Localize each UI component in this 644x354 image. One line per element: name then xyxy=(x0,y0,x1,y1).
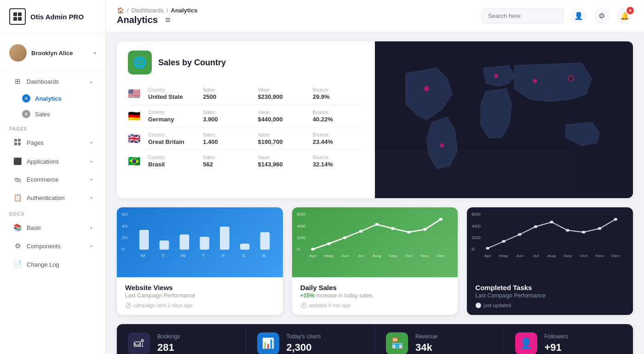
svg-text:Aug: Aug xyxy=(547,254,556,258)
svg-text:T: T xyxy=(202,253,206,258)
search-input[interactable] xyxy=(481,8,564,23)
bounce-value: 29.9% xyxy=(313,93,364,100)
svg-rect-0 xyxy=(13,12,17,16)
sales-value: 562 xyxy=(203,161,254,168)
today-users-icon: 📊 xyxy=(262,337,274,349)
divider-1 xyxy=(0,35,105,36)
website-views-card: 60 40 20 0 xyxy=(117,207,283,315)
svg-text:Aug: Aug xyxy=(373,254,381,258)
bookings-info: Bookings 281 xyxy=(157,333,180,354)
notifications-button[interactable]: 🔔 9 xyxy=(616,8,633,24)
svg-point-44 xyxy=(311,248,315,251)
ecommerce-icon: 🛍 xyxy=(13,176,22,183)
svg-rect-28 xyxy=(260,232,270,250)
profile-icon: 👤 xyxy=(574,11,583,20)
svg-point-49 xyxy=(391,227,395,230)
sales-prefix: S xyxy=(22,110,30,118)
sales-label: Sales: xyxy=(203,87,254,92)
sales-cell: Sales: 1.400 xyxy=(203,132,254,145)
svg-point-45 xyxy=(327,242,331,245)
today-users-icon-wrap: 📊 xyxy=(257,332,279,354)
bounce-cell: Bounce: 32.14% xyxy=(313,155,364,168)
logo-icon xyxy=(9,8,26,25)
bookings-icon-wrap: 🛋 xyxy=(128,332,150,354)
svg-text:Dec: Dec xyxy=(611,254,620,258)
svg-text:F: F xyxy=(222,253,225,258)
svg-text:0: 0 xyxy=(121,247,125,251)
value-value: $440,000 xyxy=(258,116,309,123)
bookings-icon: 🛋 xyxy=(134,337,144,349)
sidebar-item-sales[interactable]: S Sales xyxy=(4,107,102,121)
sales-value: 3.900 xyxy=(203,116,254,123)
svg-text:Sep: Sep xyxy=(564,254,572,258)
svg-point-50 xyxy=(407,231,411,234)
svg-rect-3 xyxy=(18,17,22,21)
svg-point-78 xyxy=(614,218,618,221)
stats-row: 🛋 Bookings 281 📊 Today's Users 2,300 � xyxy=(117,324,633,354)
profile-button[interactable]: 👤 xyxy=(570,8,587,24)
svg-rect-23 xyxy=(160,240,169,250)
sidebar-item-basic[interactable]: 📚 Basic ▾ xyxy=(4,219,102,236)
settings-button[interactable]: ⚙ xyxy=(593,8,610,24)
country-table: 🇺🇸 Country: United State Sales: 2500 Val… xyxy=(128,83,364,172)
svg-text:M: M xyxy=(141,253,145,258)
sales-left: 🌐 Sales by Country 🇺🇸 Country: United St… xyxy=(117,41,375,198)
sidebar-user[interactable]: Brooklyn Alice ▾ xyxy=(0,38,105,68)
svg-rect-2 xyxy=(13,17,17,21)
analytics-prefix: A xyxy=(22,94,30,103)
value-cell: Value: $440,000 xyxy=(258,110,309,123)
breadcrumb-home-icon: 🏠 xyxy=(117,7,124,14)
sidebar-item-dashboards[interactable]: ⊞ Dashboards ▴ xyxy=(4,73,102,90)
svg-text:20: 20 xyxy=(121,235,127,240)
sidebar-item-ecommerce[interactable]: 🛍 Ecommerce ▾ xyxy=(4,171,102,188)
daily-sales-info: Daily Sales +15% increase in today sales… xyxy=(292,277,458,315)
stat-revenue: 🏪 Revenue 34k xyxy=(375,324,504,354)
country-row: 🇬🇧 Country: Great Britain Sales: 1.400 V… xyxy=(128,128,364,150)
svg-text:S: S xyxy=(262,253,266,258)
svg-rect-27 xyxy=(240,244,250,250)
website-views-info: Website Views Last Campaign Performance … xyxy=(117,277,283,315)
breadcrumb: 🏠 / Dashboards / Analytics xyxy=(117,7,474,14)
svg-text:Jul: Jul xyxy=(533,254,539,258)
svg-rect-1 xyxy=(18,12,22,16)
svg-point-77 xyxy=(598,227,602,230)
svg-point-48 xyxy=(375,223,379,226)
completed-tasks-card: 600 400 200 0 xyxy=(467,207,633,315)
menu-icon[interactable]: ≡ xyxy=(165,15,171,25)
basic-icon: 📚 xyxy=(13,223,22,232)
svg-text:400: 400 xyxy=(297,224,306,228)
country-value: Brasil xyxy=(148,161,199,168)
website-views-title: Website Views xyxy=(125,284,275,291)
country-label: Country: xyxy=(148,132,199,137)
clock-icon-3: 🕐 xyxy=(475,303,482,308)
sidebar: Otis Admin PRO Brooklyn Alice ▾ ⊞ Dashbo… xyxy=(0,0,106,354)
svg-text:0: 0 xyxy=(297,247,300,251)
svg-text:Apr: Apr xyxy=(484,254,491,258)
sales-value: 2500 xyxy=(203,93,254,100)
svg-point-12 xyxy=(569,76,574,81)
page-title: Analytics xyxy=(117,15,158,25)
sales-label: Sales: xyxy=(203,155,254,160)
sidebar-item-changelog-label: Change Log xyxy=(27,261,92,268)
svg-rect-5 xyxy=(18,139,21,142)
country-flag: 🇧🇷 xyxy=(128,155,144,167)
bounce-label: Bounce: xyxy=(313,87,364,92)
authentication-chevron-icon: ▾ xyxy=(90,195,92,200)
user-name: Brooklyn Alice xyxy=(31,50,89,57)
sidebar-item-analytics[interactable]: A Analytics xyxy=(4,91,102,106)
bounce-value: 23.44% xyxy=(313,138,364,145)
sidebar-item-changelog[interactable]: 📄 Change Log xyxy=(4,256,102,273)
sidebar-item-components[interactable]: ⚙ Components ▾ xyxy=(4,237,102,255)
sidebar-item-pages[interactable]: Pages ▾ xyxy=(4,134,102,152)
completed-tasks-chart: 600 400 200 0 xyxy=(467,207,633,277)
revenue-icon-wrap: 🏪 xyxy=(386,332,408,354)
svg-text:400: 400 xyxy=(472,224,481,228)
sidebar-item-applications[interactable]: ⬛ Applications ▾ xyxy=(4,153,102,170)
sidebar-item-authentication[interactable]: 📋 Authentication ▾ xyxy=(4,189,102,206)
breadcrumb-link-dashboards[interactable]: Dashboards xyxy=(132,7,164,14)
svg-rect-26 xyxy=(220,227,230,250)
svg-text:Apr: Apr xyxy=(309,254,316,258)
svg-point-9 xyxy=(424,86,429,91)
breadcrumb-current: Analytics xyxy=(171,7,197,14)
pages-icon xyxy=(13,138,22,147)
